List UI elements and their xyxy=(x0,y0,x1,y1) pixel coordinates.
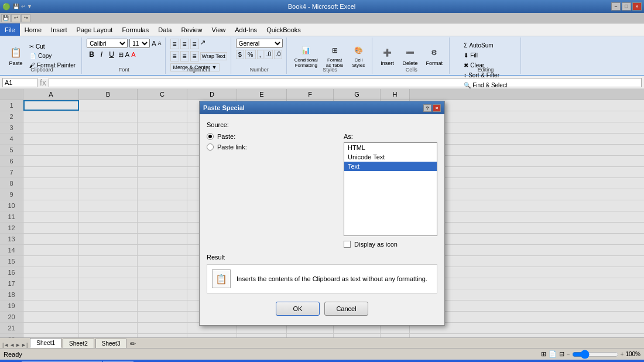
quick-access-toolbar: 💾 ↩ ↪ xyxy=(0,13,644,23)
view-normal-icon[interactable]: ⊞ xyxy=(541,350,546,358)
find-select-icon: 🔍 xyxy=(464,82,471,88)
sheet-nav-first[interactable]: |◄ xyxy=(2,342,9,348)
insert-icon: ➕ xyxy=(380,46,394,60)
delete-button[interactable]: ➖ Delete xyxy=(399,42,420,70)
maximize-button[interactable]: □ xyxy=(622,2,631,11)
menu-home[interactable]: Home xyxy=(20,23,46,36)
sheet-tabs: |◄ ◄ ► ►| Sheet1 Sheet2 Sheet3 ✏ xyxy=(0,337,644,348)
format-button[interactable]: ⚙ Format xyxy=(423,42,446,70)
menu-quickbooks[interactable]: QuickBooks xyxy=(262,23,306,36)
menu-insert[interactable]: Insert xyxy=(46,23,72,36)
qa-save[interactable]: 💾 xyxy=(1,14,11,22)
align-middle-icon[interactable]: ≡ xyxy=(180,39,189,49)
sheet-tab-3[interactable]: Sheet3 xyxy=(95,339,127,348)
fill-button[interactable]: ⬇ Fill xyxy=(461,51,480,60)
sheet-nav-last[interactable]: ►| xyxy=(21,342,28,348)
autosum-icon: Σ xyxy=(464,42,467,49)
border-button[interactable]: ⊞ xyxy=(118,51,124,59)
sort-filter-label: Sort & Filter xyxy=(468,72,499,78)
paste-radio-circle xyxy=(207,133,214,140)
menu-review[interactable]: Review xyxy=(176,23,207,36)
align-left-icon[interactable]: ≡ xyxy=(170,51,179,62)
dialog-title-controls: ? × xyxy=(423,104,441,112)
ribbon-group-font: Calibri 11 A A B I U ⊞ A A Font xyxy=(83,37,165,74)
insert-button[interactable]: ➕ Insert xyxy=(377,42,397,70)
menu-formulas[interactable]: Formulas xyxy=(117,23,153,36)
clipboard-result-icon: 📋 xyxy=(215,274,227,285)
paste-link-radio-circle xyxy=(207,144,214,151)
italic-button[interactable]: I xyxy=(98,49,105,60)
clipboard-small-btns: ✂ Cut 📄 Copy 🖌 Format Painter xyxy=(27,42,78,70)
dialog-help-button[interactable]: ? xyxy=(423,104,431,112)
font-color-button[interactable]: A xyxy=(131,51,135,58)
qa-redo[interactable]: ↪ xyxy=(21,14,30,22)
font-grow-icon[interactable]: A xyxy=(152,40,156,47)
comma-button[interactable]: , xyxy=(257,50,263,59)
formula-input[interactable] xyxy=(49,78,642,87)
align-center-icon[interactable]: ≡ xyxy=(180,51,189,62)
ribbon-group-styles: 📊 ConditionalFormatting ⊞ Formatas Table… xyxy=(288,37,373,74)
view-page-layout-icon[interactable]: 📄 xyxy=(549,350,557,358)
sheet-tab-2[interactable]: Sheet2 xyxy=(63,339,94,348)
currency-button[interactable]: $ xyxy=(236,50,244,59)
percent-button[interactable]: % xyxy=(245,50,256,59)
as-list-item-unicode[interactable]: Unicode Text xyxy=(344,152,437,162)
find-select-button[interactable]: 🔍 Find & Select xyxy=(461,81,509,90)
align-right-icon[interactable]: ≡ xyxy=(190,51,199,62)
display-as-icon-checkbox[interactable] xyxy=(344,241,351,248)
zoom-out-button[interactable]: − xyxy=(567,351,570,357)
result-description: Inserts the contents of the Clipboard as… xyxy=(237,275,427,282)
font-shrink-icon[interactable]: A xyxy=(157,40,161,46)
conditional-formatting-button[interactable]: 📊 ConditionalFormatting xyxy=(292,42,321,70)
zoom-slider[interactable] xyxy=(572,351,619,358)
decrease-decimal-button[interactable]: .0 xyxy=(274,50,282,59)
cancel-button[interactable]: Cancel xyxy=(324,302,368,316)
copy-button[interactable]: 📄 Copy xyxy=(27,52,78,60)
delete-label: Delete xyxy=(402,60,417,66)
menu-view[interactable]: View xyxy=(207,23,231,36)
sheet-nav-next[interactable]: ► xyxy=(15,342,20,348)
orientation-button[interactable]: ↗ xyxy=(200,39,205,49)
bold-button[interactable]: B xyxy=(87,49,97,60)
sheet-tab-1[interactable]: Sheet1 xyxy=(30,338,61,348)
increase-decimal-button[interactable]: .0 xyxy=(265,50,273,59)
dialog-close-button[interactable]: × xyxy=(433,104,441,112)
align-top-icon[interactable]: ≡ xyxy=(170,39,179,49)
dialog-main-row: Paste: Paste link: As: HTML Unicod xyxy=(207,133,437,248)
menu-data[interactable]: Data xyxy=(153,23,176,36)
wrap-text-button[interactable]: Wrap Text xyxy=(200,52,227,60)
ribbon-group-number: General $ % , .0 .0 Number xyxy=(232,37,287,74)
cell-styles-button[interactable]: 🎨 CellStyles xyxy=(348,42,368,70)
ribbon-group-cells: ➕ Insert ➖ Delete ⚙ Format Cells xyxy=(374,37,450,74)
paste-link-radio[interactable]: Paste link: xyxy=(207,144,334,151)
paste-radio[interactable]: Paste: xyxy=(207,133,334,140)
as-list-item-text[interactable]: Text xyxy=(344,162,437,171)
paste-radio-label: Paste: xyxy=(217,133,235,140)
zoom-in-button[interactable]: + xyxy=(621,351,624,357)
close-button[interactable]: × xyxy=(632,2,642,11)
underline-button[interactable]: U xyxy=(107,49,117,60)
minimize-button[interactable]: − xyxy=(611,2,621,11)
view-page-break-icon[interactable]: ⊟ xyxy=(559,350,564,358)
cut-button[interactable]: ✂ Cut xyxy=(27,42,78,51)
ok-button[interactable]: OK xyxy=(276,302,320,316)
number-format-selector[interactable]: General xyxy=(236,39,283,48)
qa-undo[interactable]: ↩ xyxy=(11,14,20,22)
as-list-item-html[interactable]: HTML xyxy=(344,143,437,152)
menu-add-ins[interactable]: Add-Ins xyxy=(230,23,262,36)
menu-file[interactable]: File xyxy=(0,23,20,36)
fill-color-button[interactable]: A xyxy=(125,51,129,58)
format-as-table-button[interactable]: ⊞ Formatas Table xyxy=(323,42,347,70)
cell-reference[interactable] xyxy=(2,78,37,87)
sheet-nav-prev[interactable]: ◄ xyxy=(9,342,15,348)
as-listbox[interactable]: HTML Unicode Text Text xyxy=(344,142,437,236)
align-bottom-icon[interactable]: ≡ xyxy=(190,39,199,49)
dialog-overlay: Paste Special ? × Source: xyxy=(0,89,644,337)
menu-page-layout[interactable]: Page Layout xyxy=(72,23,118,36)
formula-bar: fx xyxy=(0,76,644,89)
sheet-nav: |◄ ◄ ► ►| xyxy=(2,342,28,348)
font-size-selector[interactable]: 11 xyxy=(129,39,150,48)
autosum-button[interactable]: Σ AutoSum xyxy=(461,41,495,50)
font-name-selector[interactable]: Calibri xyxy=(87,39,128,48)
insert-sheet-icon[interactable]: ✏ xyxy=(128,340,138,348)
